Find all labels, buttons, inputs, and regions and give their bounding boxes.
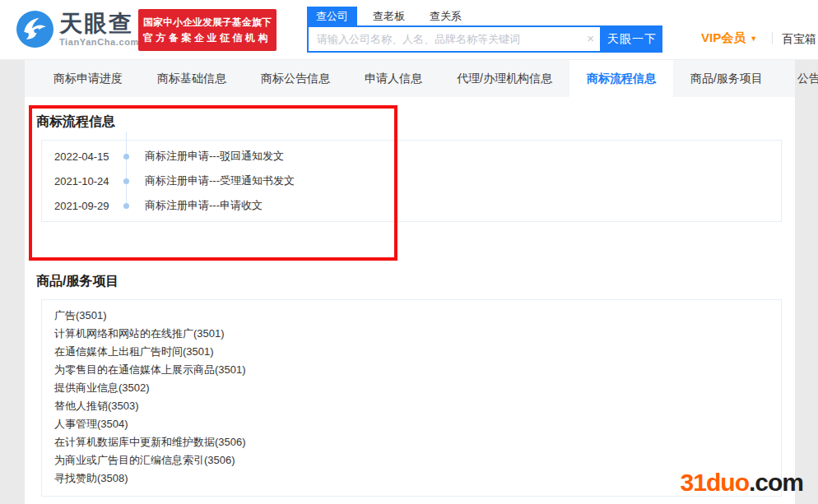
goods-item: 在通信媒体上出租广告时间(3501) xyxy=(54,343,769,361)
process-date: 2021-09-29 xyxy=(54,200,122,212)
goods-item: 提供商业信息(3502) xyxy=(54,379,769,397)
clear-search-icon[interactable]: × xyxy=(587,31,594,46)
goods-section-title: 商品/服务项目 xyxy=(36,272,795,289)
search-type-tab[interactable]: 查老板 xyxy=(364,7,414,25)
search-type-tab[interactable]: 查关系 xyxy=(421,7,471,25)
goods-item: 为零售目的在通信媒体上展示商品(3501) xyxy=(54,361,769,379)
nav-tab[interactable]: 申请人信息 xyxy=(347,60,439,97)
process-timeline: 2022-04-15 商标注册申请---驳回通知发文 2021-10-24 商标… xyxy=(41,140,782,222)
nav-tab[interactable]: 公告信息 xyxy=(780,60,818,97)
process-text: 商标注册申请---驳回通知发文 xyxy=(145,149,284,164)
nav-tab[interactable]: 商标基础信息 xyxy=(140,60,244,97)
process-date: 2022-04-15 xyxy=(54,150,122,163)
timeline-dot-icon xyxy=(123,154,129,160)
certification-badge: 国家中小企业发展子基金旗下 官方备案企业征信机构 xyxy=(138,9,277,51)
badge-line1: 国家中小企业发展子基金旗下 xyxy=(143,15,272,30)
search-type-tabs: 查公司查老板查关系 xyxy=(307,7,662,25)
watermark: 31duo.com xyxy=(681,469,803,496)
goods-item: 广告(3501) xyxy=(54,307,769,325)
site-domain: TianYanCha.com xyxy=(59,37,139,47)
process-section-title: 商标流程信息 xyxy=(36,113,795,130)
process-text: 商标注册申请---受理通知书发文 xyxy=(145,173,295,188)
search-bar: × 天眼一下 xyxy=(307,25,662,53)
nav-tab[interactable]: 商标流程信息 xyxy=(569,60,673,97)
goods-item: 在计算机数据库中更新和维护数据(3506) xyxy=(54,433,769,451)
goods-item: 计算机网络和网站的在线推广(3501) xyxy=(54,325,769,343)
search-area: 查公司查老板查关系 × 天眼一下 xyxy=(307,7,662,53)
vip-member-link[interactable]: VIP会员 ▼ xyxy=(701,30,757,46)
nav-tab[interactable]: 商标公告信息 xyxy=(244,60,347,97)
header-divider xyxy=(772,32,773,44)
timeline-dot-icon xyxy=(123,203,129,209)
search-input[interactable] xyxy=(307,25,602,53)
nav-tab[interactable]: 商品/服务项目 xyxy=(673,60,780,97)
process-row: 2022-04-15 商标注册申请---驳回通知发文 xyxy=(42,144,781,169)
process-row: 2021-09-29 商标注册申请---申请收文 xyxy=(42,193,781,218)
badge-line2: 官方备案企业征信机构 xyxy=(143,30,272,46)
search-type-tab[interactable]: 查公司 xyxy=(307,7,357,25)
detail-nav-tabs: 商标申请进度商标基础信息商标公告信息申请人信息代理/办理机构信息商标流程信息商品… xyxy=(25,60,795,97)
search-button[interactable]: 天眼一下 xyxy=(602,25,662,53)
tianyancha-logo[interactable]: 天眼查 TianYanCha.com xyxy=(16,11,139,48)
nav-tab[interactable]: 商标申请进度 xyxy=(36,60,140,97)
chevron-down-icon: ▼ xyxy=(750,35,757,43)
site-header: 天眼查 TianYanCha.com 国家中小企业发展子基金旗下 官方备案企业征… xyxy=(0,0,818,60)
timeline-dot-cell xyxy=(122,193,130,218)
search-input-wrap: × xyxy=(307,25,602,53)
timeline-dot-icon xyxy=(123,178,129,184)
tianyancha-logo-icon xyxy=(16,11,53,48)
site-title: 天眼查 xyxy=(59,12,139,36)
goods-item: 人事管理(3504) xyxy=(54,415,769,433)
nav-tab[interactable]: 代理/办理机构信息 xyxy=(439,60,569,97)
goods-list: 广告(3501)计算机网络和网站的在线推广(3501)在通信媒体上出租广告时间(… xyxy=(41,299,782,497)
main-content: 商标申请进度商标基础信息商标公告信息申请人信息代理/办理机构信息商标流程信息商品… xyxy=(25,60,795,504)
process-date: 2021-10-24 xyxy=(54,175,122,187)
vip-label: VIP会员 xyxy=(701,30,746,46)
goods-item: 为商业或广告目的汇编信息索引(3506) xyxy=(54,451,769,469)
logo-text-block: 天眼查 TianYanCha.com xyxy=(59,12,139,47)
goods-item: 替他人推销(3503) xyxy=(54,397,769,415)
process-row: 2021-10-24 商标注册申请---受理通知书发文 xyxy=(42,169,781,193)
watermark-brand: 31duo xyxy=(681,469,749,496)
watermark-suffix: .com xyxy=(749,469,803,496)
toolbox-link[interactable]: 百宝箱 xyxy=(782,32,816,47)
goods-item: 寻找赞助(3508) xyxy=(54,469,769,488)
process-text: 商标注册申请---申请收文 xyxy=(145,198,263,213)
